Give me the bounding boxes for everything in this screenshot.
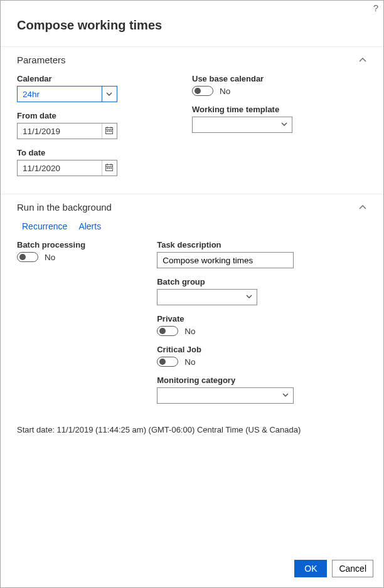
cancel-button[interactable]: Cancel xyxy=(332,560,373,577)
calendar-label: Calendar xyxy=(17,74,179,83)
section-title-background: Run in the background xyxy=(17,202,112,213)
section-title-parameters: Parameters xyxy=(17,55,66,65)
svg-rect-12 xyxy=(109,167,110,169)
help-icon[interactable]: ? xyxy=(373,3,378,13)
monitoring-category-select[interactable] xyxy=(157,387,294,404)
critical-job-toggle[interactable] xyxy=(157,357,178,367)
calendar-value: 24hr xyxy=(23,90,40,99)
field-calendar: Calendar 24hr xyxy=(17,74,179,102)
svg-rect-5 xyxy=(109,130,110,132)
use-base-calendar-toggle[interactable] xyxy=(192,86,213,96)
task-description-label: Task description xyxy=(157,240,355,249)
batch-group-label: Batch group xyxy=(157,277,355,286)
use-base-calendar-label: Use base calendar xyxy=(192,74,355,83)
section-header-background[interactable]: Run in the background xyxy=(1,194,383,219)
use-base-calendar-value: No xyxy=(220,87,230,96)
section-header-parameters[interactable]: Parameters xyxy=(1,46,383,71)
batch-processing-label: Batch processing xyxy=(17,240,144,249)
chevron-down-icon xyxy=(245,293,254,302)
parameters-body: Calendar 24hr From date 11/1/2019 xyxy=(1,71,383,194)
monitoring-category-label: Monitoring category xyxy=(157,375,355,385)
chevron-up-icon xyxy=(358,56,367,65)
from-date-label: From date xyxy=(17,111,179,120)
private-toggle[interactable] xyxy=(157,326,178,336)
field-working-time-template: Working time template xyxy=(192,105,355,133)
dialog-title: Compose working times xyxy=(1,14,383,46)
svg-rect-4 xyxy=(107,130,108,132)
parameters-right-col: Use base calendar No Working time templa… xyxy=(192,74,367,185)
svg-rect-11 xyxy=(107,167,108,169)
parameters-left-col: Calendar 24hr From date 11/1/2019 xyxy=(17,74,192,185)
chevron-down-icon xyxy=(280,120,289,130)
private-label: Private xyxy=(157,314,355,323)
to-date-label: To date xyxy=(17,148,179,157)
ok-button[interactable]: OK xyxy=(294,560,327,577)
chevron-up-icon xyxy=(358,203,367,212)
field-use-base-calendar: Use base calendar No xyxy=(192,74,355,96)
calendar-combo[interactable]: 24hr xyxy=(17,86,117,102)
calendar-icon xyxy=(105,163,114,174)
critical-job-value: No xyxy=(184,357,195,367)
alerts-link[interactable]: Alerts xyxy=(78,221,101,231)
dialog-footer: OK Cancel xyxy=(1,560,383,587)
field-batch-group: Batch group xyxy=(157,277,355,305)
field-to-date: To date 11/1/2020 xyxy=(17,148,179,176)
field-monitoring-category: Monitoring category xyxy=(157,375,355,404)
from-date-value: 11/1/2019 xyxy=(23,127,60,136)
from-date-input[interactable]: 11/1/2019 xyxy=(17,123,117,139)
background-right-col: Task description Batch group Private No xyxy=(157,240,367,412)
chevron-down-icon xyxy=(282,391,291,401)
batch-processing-toggle[interactable] xyxy=(17,252,38,262)
batch-processing-value: No xyxy=(45,253,55,262)
critical-job-label: Critical Job xyxy=(157,345,355,354)
field-critical-job: Critical Job No xyxy=(157,345,355,367)
background-body: Batch processing No Task description Bat… xyxy=(1,238,383,421)
background-links: Recurrence Alerts xyxy=(1,219,383,238)
to-date-value: 11/1/2020 xyxy=(23,164,60,173)
to-date-input[interactable]: 11/1/2020 xyxy=(17,160,117,176)
task-description-input[interactable] xyxy=(157,252,294,268)
recurrence-link[interactable]: Recurrence xyxy=(22,221,67,231)
calendar-icon xyxy=(105,126,114,137)
start-date-text: Start date: 11/1/2019 (11:44:25 am) (GMT… xyxy=(1,421,383,438)
working-time-template-label: Working time template xyxy=(192,105,355,114)
chevron-down-icon xyxy=(105,90,113,98)
titlebar: ? xyxy=(1,1,383,14)
field-private: Private No xyxy=(157,314,355,336)
background-left-col: Batch processing No xyxy=(17,240,157,412)
working-time-template-select[interactable] xyxy=(192,117,292,133)
svg-rect-13 xyxy=(110,167,112,169)
dialog: ? Compose working times Parameters Calen… xyxy=(0,0,384,588)
private-value: No xyxy=(184,327,195,336)
field-task-description: Task description xyxy=(157,240,355,268)
svg-rect-6 xyxy=(110,130,112,132)
field-from-date: From date 11/1/2019 xyxy=(17,111,179,139)
field-batch-processing: Batch processing No xyxy=(17,240,144,262)
batch-group-select[interactable] xyxy=(157,289,257,305)
